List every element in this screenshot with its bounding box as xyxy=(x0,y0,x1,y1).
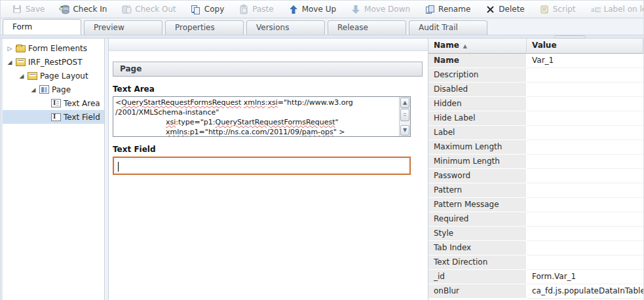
tree-item-text-area[interactable]: Text Area xyxy=(3,96,104,110)
property-value[interactable] xyxy=(527,255,643,270)
toolbar-button-label: Delete xyxy=(499,5,524,14)
tab-versions[interactable]: Versions xyxy=(246,20,325,35)
properties-rows: NameVar_1DescriptionDisabledHiddenHide L… xyxy=(428,54,643,299)
toolbar-button-copy[interactable]: Copy xyxy=(185,2,230,16)
canvas-body: Page Text Area <QueryStartRequestFormsRe… xyxy=(109,51,428,175)
form-elements-tree: ▷Form Elements◢IRF_RestPOST◢Page Layout◢… xyxy=(1,39,104,300)
property-value[interactable] xyxy=(527,97,643,111)
toolbar-button-move-down: Move Down xyxy=(345,2,416,16)
tab-preview[interactable]: Preview xyxy=(84,20,162,35)
toolbar-button-save: Save xyxy=(6,2,50,16)
property-row-onblur[interactable]: onBlurca_fd.js.populateDataInTable( xyxy=(428,284,643,299)
property-value[interactable] xyxy=(527,83,643,97)
property-row-description[interactable]: Description xyxy=(428,68,643,83)
tree-item-page[interactable]: ◢Page xyxy=(3,83,104,96)
property-name: Pattern Message xyxy=(428,198,527,212)
property-name: Required xyxy=(428,212,527,227)
property-name: Password xyxy=(428,169,527,183)
property-value[interactable] xyxy=(527,212,643,227)
property-row-disabled[interactable]: Disabled xyxy=(428,83,643,97)
toolbar-button-delete[interactable]: Delete xyxy=(479,2,530,16)
label-left-icon: a xyxy=(590,4,601,14)
column-header-value[interactable]: Value xyxy=(527,39,643,54)
property-name: Style xyxy=(428,227,527,241)
left-splitter[interactable] xyxy=(104,39,109,300)
move-up-icon xyxy=(288,4,299,14)
property-value[interactable] xyxy=(527,126,643,140)
toolbar-button-rename[interactable]: Rename xyxy=(419,2,476,16)
tree-expanded-arrow-icon[interactable]: ◢ xyxy=(7,59,13,66)
property-value[interactable] xyxy=(527,241,643,255)
tree-item-text-field[interactable]: Text Field xyxy=(3,110,104,124)
tree-expanded-arrow-icon[interactable]: ◢ xyxy=(18,73,25,79)
toolbar-button-label-on-left: aLabel on left xyxy=(584,2,643,16)
tree-item-page-layout[interactable]: ◢Page Layout xyxy=(3,69,104,83)
property-name: Name xyxy=(428,54,527,68)
property-row-name[interactable]: NameVar_1 xyxy=(428,54,643,68)
tab-properties[interactable]: Properties xyxy=(165,20,244,35)
main-area: ▷Form Elements◢IRF_RestPOST◢Page Layout◢… xyxy=(1,39,643,300)
tree-expanded-arrow-icon[interactable]: ◢ xyxy=(30,86,37,93)
check-out-icon xyxy=(121,4,132,14)
property-row-minimum-length[interactable]: Minimum Length xyxy=(428,155,643,169)
property-value[interactable] xyxy=(527,227,643,241)
textfield-label: Text Field xyxy=(113,145,423,154)
property-value[interactable] xyxy=(527,169,643,183)
tree-collapsed-arrow-icon[interactable]: ▷ xyxy=(7,45,13,52)
form-canvas: Page Text Area <QueryStartRequestFormsRe… xyxy=(109,39,428,300)
property-value[interactable] xyxy=(527,140,643,155)
tab-release[interactable]: Release xyxy=(328,20,406,35)
toolbar-button-label: Check In xyxy=(73,5,107,14)
property-name: Disabled xyxy=(428,83,527,97)
panel-collapse-handle[interactable] xyxy=(554,35,586,39)
tree-item-irf-restpost[interactable]: ◢IRF_RestPOST xyxy=(3,55,104,69)
property-value[interactable]: ca_fd.js.populateDataInTable( xyxy=(527,284,643,299)
property-row-maximum-length[interactable]: Maximum Length xyxy=(428,140,643,155)
property-row-style[interactable]: Style xyxy=(428,227,643,241)
xml-textarea[interactable]: <QueryStartRequestFormsRequest xmlns:xsi… xyxy=(113,96,411,137)
property-row-password[interactable]: Password xyxy=(428,169,643,183)
toolbar-button-label: Save xyxy=(26,5,45,14)
scrollbar-thumb[interactable] xyxy=(400,109,409,121)
property-name: Description xyxy=(428,68,527,83)
property-row-pattern[interactable]: Pattern xyxy=(428,183,643,198)
toolbar-button-label: Copy xyxy=(204,5,224,14)
toolbar-button-check-in[interactable]: Check In xyxy=(53,2,113,16)
textarea-scrollbar[interactable]: ▲ ▼ xyxy=(399,97,410,136)
property-value[interactable] xyxy=(527,68,643,83)
property-value[interactable] xyxy=(527,111,643,126)
property-value[interactable] xyxy=(527,155,643,169)
delete-icon xyxy=(485,4,495,14)
property-value[interactable]: Form.Var_1 xyxy=(527,270,643,284)
form-designer-window: SaveCheck InCheck OutCopyPasteMove UpMov… xyxy=(0,0,644,300)
property-row-required[interactable]: Required xyxy=(428,212,643,227)
column-header-name[interactable]: Name▲ xyxy=(428,39,527,54)
property-row-hide-label[interactable]: Hide Label xyxy=(428,111,643,126)
text-area-icon xyxy=(51,99,61,107)
property-row-id[interactable]: _idForm.Var_1 xyxy=(428,270,643,284)
property-value[interactable]: Var_1 xyxy=(527,54,643,68)
property-row-hidden[interactable]: Hidden xyxy=(428,97,643,111)
property-value[interactable] xyxy=(527,183,643,198)
scroll-down-button[interactable]: ▼ xyxy=(400,125,409,136)
toolbar-button-move-up[interactable]: Move Up xyxy=(282,2,342,16)
tab-audit-trail[interactable]: Audit Trail xyxy=(409,20,487,35)
toolbar-button-label: Move Down xyxy=(364,5,410,14)
text-field-input[interactable] xyxy=(113,157,411,175)
xml-textarea-content: <QueryStartRequestFormsRequest xmlns:xsi… xyxy=(115,98,397,137)
property-value[interactable] xyxy=(527,198,643,212)
toolbar-button-label: Check Out xyxy=(135,5,176,14)
scroll-up-button[interactable]: ▲ xyxy=(400,98,409,108)
page-section-header[interactable]: Page xyxy=(113,62,423,77)
property-name: _id xyxy=(428,270,527,284)
property-row-label[interactable]: Label xyxy=(428,126,643,140)
toolbar-button-check-out: Check Out xyxy=(115,2,181,16)
check-in-icon xyxy=(59,4,69,14)
property-row-tab-index[interactable]: Tab Index xyxy=(428,241,643,255)
property-row-pattern-message[interactable]: Pattern Message xyxy=(428,198,643,212)
tree-item-label: IRF_RestPOST xyxy=(28,58,83,67)
tab-form[interactable]: Form xyxy=(3,19,81,35)
tree-item-form-elements[interactable]: ▷Form Elements xyxy=(3,41,104,55)
property-row-text-direction[interactable]: Text Direction xyxy=(428,255,643,270)
toolbar-button-label: Rename xyxy=(438,5,470,14)
